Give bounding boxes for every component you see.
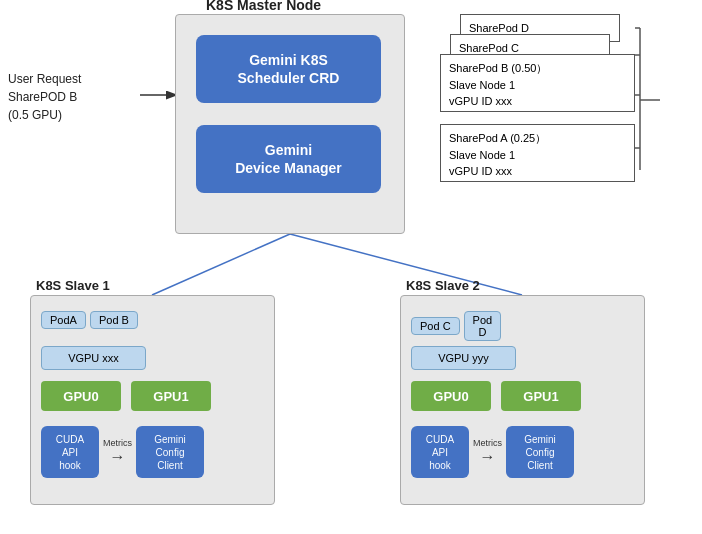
user-request-label: User Request SharePOD B (0.5 GPU): [8, 70, 81, 124]
slave1-config-box: Gemini Config Client: [136, 426, 204, 478]
slave2-cuda-box: CUDA API hook: [411, 426, 469, 478]
slave2-pod-row: Pod C PodD: [411, 311, 505, 341]
slave2-bottom-row: CUDA API hook Metrics → Gemini Config Cl…: [411, 426, 574, 478]
master-node-label: K8S Master Node: [206, 0, 321, 13]
slave2-gpu-row: GPU0 GPU1: [411, 381, 581, 411]
slave2-vgpu: VGPU yyy: [411, 346, 516, 370]
slave2-config-box: Gemini Config Client: [506, 426, 574, 478]
slave1-pod-row: PodA Pod B: [41, 311, 142, 329]
svg-line-2: [152, 234, 290, 295]
slave1-gpu-row: GPU0 GPU1: [41, 381, 211, 411]
slave2-gpu0: GPU0: [411, 381, 491, 411]
slave2-gpu1: GPU1: [501, 381, 581, 411]
slave1-gpu0: GPU0: [41, 381, 121, 411]
master-node: K8S Master Node Gemini K8S Scheduler CRD…: [175, 14, 405, 234]
slave1-gpu1: GPU1: [131, 381, 211, 411]
slave2-pod-d: PodD: [464, 311, 502, 341]
slave2-metrics: Metrics →: [473, 438, 502, 466]
slave1-label: K8S Slave 1: [36, 278, 110, 293]
sharepod-a: SharePod A (0.25） Slave Node 1 vGPU ID x…: [440, 124, 635, 182]
sharepod-b: SharePod B (0.50） Slave Node 1 vGPU ID x…: [440, 54, 635, 112]
scheduler-crd-box: Gemini K8S Scheduler CRD: [196, 35, 381, 103]
sharepod-container: SharePod D SharePod C SharePod B (0.50） …: [440, 14, 640, 199]
slave1-metrics: Metrics →: [103, 438, 132, 466]
slave2-pod-c: Pod C: [411, 317, 460, 335]
slave2-node: K8S Slave 2 Pod C PodD VGPU yyy GPU0 GPU…: [400, 295, 645, 505]
slave1-pod-a: PodA: [41, 311, 86, 329]
device-manager-box: Gemini Device Manager: [196, 125, 381, 193]
slave1-pod-b: Pod B: [90, 311, 138, 329]
slave1-node: K8S Slave 1 PodA Pod B VGPU xxx GPU0 GPU…: [30, 295, 275, 505]
slave2-label: K8S Slave 2: [406, 278, 480, 293]
slave1-cuda-box: CUDA API hook: [41, 426, 99, 478]
slave1-vgpu: VGPU xxx: [41, 346, 146, 370]
slave1-bottom-row: CUDA API hook Metrics → Gemini Config Cl…: [41, 426, 204, 478]
